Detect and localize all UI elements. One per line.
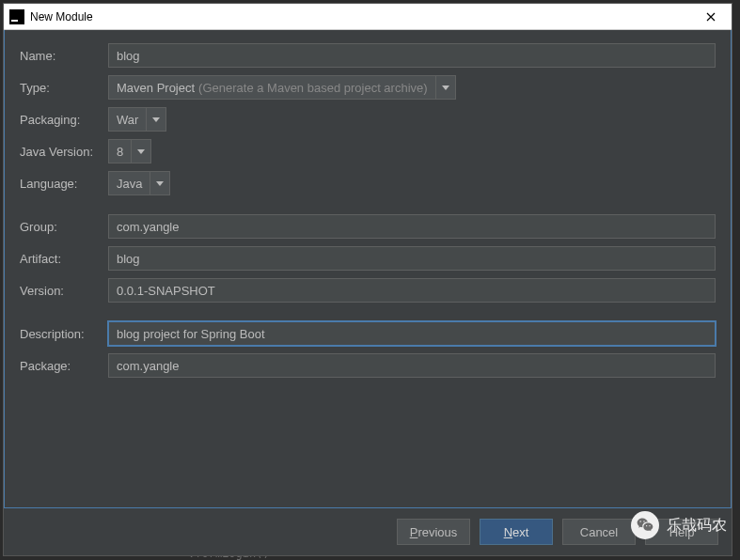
watermark: 乐哉码农 — [631, 511, 727, 539]
svg-rect-0 — [9, 9, 24, 24]
type-label: Type: — [20, 81, 108, 95]
language-select[interactable]: Java — [108, 171, 150, 195]
packaging-dropdown-arrow[interactable] — [146, 107, 166, 132]
group-input[interactable] — [108, 214, 716, 239]
cancel-button[interactable]: Cancel — [562, 519, 636, 545]
form-content: Name: Type: Maven Project (Generate a Ma… — [4, 30, 732, 508]
language-value: Java — [117, 177, 142, 191]
type-dropdown-arrow[interactable] — [435, 75, 456, 100]
svg-rect-1 — [11, 20, 18, 22]
java-version-select[interactable]: 8 — [108, 139, 131, 163]
packaging-select[interactable]: War — [108, 107, 146, 132]
package-input[interactable] — [108, 353, 716, 378]
new-module-dialog: New Module Name: Type: Maven Project (Ge… — [3, 3, 732, 556]
packaging-value: War — [117, 113, 138, 127]
close-button[interactable] — [696, 6, 726, 28]
dialog-footer: Previous Next Cancel Help — [4, 508, 732, 555]
titlebar: New Module — [4, 4, 732, 30]
java-version-dropdown-arrow[interactable] — [131, 139, 151, 163]
previous-button[interactable]: Previous — [397, 519, 470, 545]
version-input[interactable] — [108, 278, 716, 303]
java-version-value: 8 — [117, 145, 123, 159]
description-label: Description: — [20, 327, 108, 341]
version-label: Version: — [20, 284, 108, 298]
window-title: New Module — [30, 10, 696, 23]
group-label: Group: — [20, 220, 108, 234]
language-label: Language: — [20, 177, 108, 191]
package-label: Package: — [20, 359, 108, 373]
packaging-label: Packaging: — [20, 113, 108, 127]
name-input[interactable] — [108, 43, 716, 68]
app-icon — [9, 9, 24, 24]
type-hint: (Generate a Maven based project archive) — [198, 81, 428, 95]
next-button[interactable]: Next — [480, 519, 553, 545]
artifact-label: Artifact: — [20, 252, 108, 266]
language-dropdown-arrow[interactable] — [150, 171, 170, 195]
wechat-icon — [631, 511, 659, 539]
type-select[interactable]: Maven Project (Generate a Maven based pr… — [108, 75, 435, 100]
description-input[interactable] — [108, 321, 716, 346]
artifact-input[interactable] — [108, 246, 716, 271]
name-label: Name: — [20, 49, 108, 63]
type-value: Maven Project — [117, 81, 195, 95]
watermark-text: 乐哉码农 — [667, 516, 727, 536]
java-version-label: Java Version: — [20, 145, 108, 159]
